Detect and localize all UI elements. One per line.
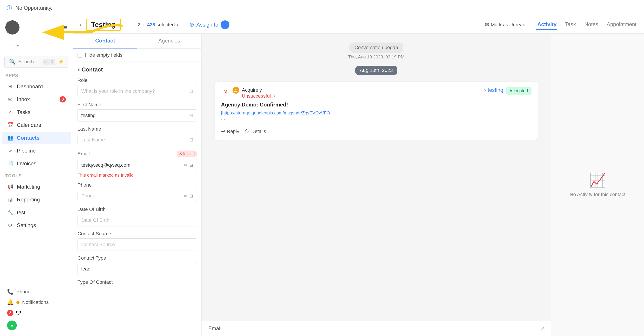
back-button[interactable]: ‹	[80, 22, 82, 28]
tasks-icon: ✓	[7, 109, 13, 115]
settings-icon: ⚙	[7, 222, 13, 228]
sidebar-item-label: Calendars	[17, 122, 41, 128]
sidebar-item-contacts[interactable]: 👥 Contacts	[2, 132, 71, 144]
mark-as-unread-button[interactable]: ✉ Mark as Unread	[485, 22, 526, 28]
sidebar-item-test[interactable]: 🔧 test	[2, 206, 71, 219]
lightning-icon[interactable]: ⚡	[58, 59, 64, 65]
invoices-icon: 📄	[7, 160, 13, 167]
contact-name: Testing	[91, 20, 116, 28]
inbox-icon: ✉	[7, 96, 13, 102]
phone-input[interactable]: Phone ✏ ⊞	[78, 190, 197, 202]
sidebar-item-reporting[interactable]: 📊 Reporting	[2, 193, 71, 206]
search-shortcut: ctrl K	[42, 59, 55, 65]
sidebar-item-label: Pipeline	[17, 148, 36, 154]
field-action-icon: ⊞	[189, 193, 193, 199]
brand-row[interactable]: ------ ▾	[0, 39, 73, 52]
pipeline-icon: ⊳	[7, 148, 13, 154]
sidebar-item-support[interactable]: 2 🛡	[4, 308, 69, 318]
collapse-icon[interactable]: ▾	[78, 67, 80, 72]
sidebar-item-label: Contacts	[17, 135, 40, 141]
sidebar-item-label: Settings	[17, 222, 36, 228]
profile-avatar: ●	[7, 321, 17, 330]
panel-tabs: Contact Agencies	[73, 34, 201, 49]
notification-dot	[16, 301, 20, 304]
top-bar-inner: ⓘ No Opportunity.	[7, 4, 637, 11]
reply-button[interactable]: ↩ Reply	[221, 129, 239, 134]
sidebar-item-label: Invoices	[17, 160, 36, 167]
assign-to-button[interactable]: ⊕ Assign to	[189, 20, 230, 29]
sidebar-item-profile[interactable]: ●	[4, 318, 69, 333]
contact-source-label: Contact Source	[78, 231, 197, 237]
first-name-value: testing	[81, 113, 96, 118]
activity-panel: 📈 No Activity for this contact	[551, 34, 644, 336]
expand-icon[interactable]: ⤢	[540, 325, 544, 332]
first-name-input[interactable]: testing ⊞	[78, 109, 197, 122]
hide-empty-label: Hide empty fields	[85, 52, 122, 58]
tab-activity[interactable]: Activity	[536, 19, 558, 30]
search-bar[interactable]: 🔍 Search ctrl K ⚡	[4, 56, 68, 68]
warning-icon: ⚠	[232, 87, 239, 94]
notification-icon: 🔔	[7, 299, 14, 306]
role-input[interactable]: What is your role in the company? ⊞	[78, 85, 197, 97]
dob-placeholder: Date Of Birth	[81, 217, 110, 223]
field-action-icon: ⊞	[189, 113, 193, 118]
conversation-timestamp: Thu, Aug 10 2023, 03:19 PM	[215, 54, 538, 59]
tab-task[interactable]: Task	[564, 19, 577, 30]
hide-empty-checkbox[interactable]	[78, 53, 82, 57]
edit-icon[interactable]: ✏	[184, 193, 188, 199]
panel-tab-contact[interactable]: Contact	[73, 34, 137, 48]
contact-type-select[interactable]: lead	[78, 263, 197, 275]
sidebar-item-invoices[interactable]: 📄 Invoices	[2, 157, 71, 170]
sidebar-item-calendars[interactable]: 📅 Calendars	[2, 119, 71, 131]
edit-icon[interactable]: ✏	[184, 162, 188, 168]
compose-bar: Email ⤢	[202, 321, 551, 336]
sidebar-item-settings[interactable]: ⚙ Settings	[2, 219, 71, 232]
compose-label: Email	[208, 325, 222, 332]
field-role: Role What is your role in the company? ⊞	[78, 77, 197, 97]
reporting-icon: 📊	[7, 197, 13, 203]
message-card: M ⚠ Acquirely › testing Unsucc	[215, 82, 538, 140]
sidebar-item-inbox[interactable]: ✉ Inbox 0	[2, 93, 71, 106]
field-action-icon: ⊞	[189, 88, 193, 94]
tab-notes[interactable]: Notes	[584, 19, 599, 30]
last-name-label: Last Name	[78, 126, 197, 132]
prev-contact-button[interactable]: ‹	[134, 22, 136, 28]
dob-input[interactable]: Date Of Birth	[78, 214, 197, 226]
panel-tab-agencies[interactable]: Agencies	[137, 34, 202, 48]
tab-appointment[interactable]: Appointment	[606, 19, 637, 30]
panel-options: Hide empty fields	[73, 49, 201, 62]
first-name-label: First Name	[78, 102, 197, 108]
unsuccessful-status: Unsuccessful ↺	[242, 93, 503, 99]
message-from: Acquirely	[242, 87, 482, 93]
sidebar-item-pipeline[interactable]: ⊳ Pipeline	[2, 145, 71, 157]
sidebar-item-phone[interactable]: 📞 Phone	[4, 287, 69, 297]
no-activity-icon: 📈	[570, 172, 626, 188]
phone-label: Phone	[78, 182, 197, 188]
contact-section-header: ▾ Contact	[78, 66, 197, 73]
details-button[interactable]: ⏱ Details	[244, 129, 266, 134]
sidebar-item-notifications[interactable]: 🔔 Notifications	[4, 297, 69, 308]
retry-icon[interactable]: ↺	[272, 94, 276, 98]
field-action-icon: ⊞	[189, 162, 193, 168]
message-link[interactable]: [https://storage.googleapis.com/msgsndr/…	[221, 110, 532, 116]
sidebar-item-marketing[interactable]: 📢 Marketing	[2, 181, 71, 193]
next-contact-button[interactable]: ›	[176, 22, 178, 28]
phone-label: Phone	[16, 289, 30, 295]
gmail-icon: M	[221, 87, 230, 96]
role-placeholder: What is your role in the company?	[81, 88, 155, 94]
last-name-placeholder: Last Name	[81, 137, 105, 143]
inbox-badge: 0	[60, 96, 66, 102]
sidebar-header: ≡	[0, 16, 73, 39]
sidebar-bottom: 📞 Phone 🔔 Notifications 2 🛡 ●	[0, 283, 73, 336]
sidebar-item-dashboard[interactable]: ⊞ Dashboard	[2, 80, 71, 93]
contact-header: ‹ Testing ‹ 2 of 428 selected › ⊕ A	[73, 16, 644, 34]
email-label: Email	[78, 151, 90, 157]
role-label: Role	[78, 77, 197, 83]
plus-icon: ⊕	[189, 21, 194, 28]
sidebar-item-tasks[interactable]: ✓ Tasks	[2, 106, 71, 118]
hamburger-icon[interactable]: ≡	[63, 23, 68, 32]
email-input[interactable]: testqwecq@qweq.com ✏ ⊞	[78, 159, 197, 171]
contact-source-input[interactable]: Contact Source	[78, 238, 197, 251]
email-value: testqwecq@qweq.com	[81, 162, 130, 168]
last-name-input[interactable]: Last Name ⊞	[78, 134, 197, 146]
